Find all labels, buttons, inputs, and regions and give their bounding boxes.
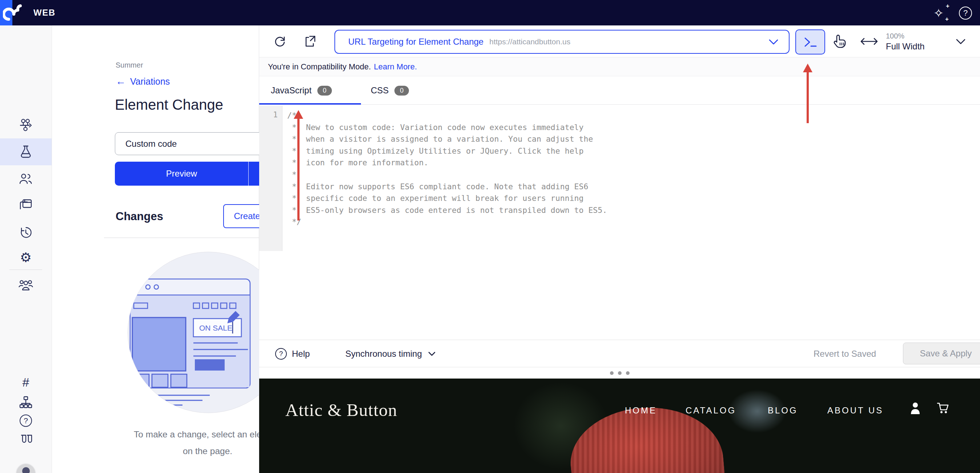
help-circle-icon: ? [275,348,287,360]
site-preview: Attic & Button HOME CATALOG BLOG ABOUT U… [259,379,980,473]
width-mode-label: Full Width [886,41,925,52]
rail-experiments-icon[interactable] [0,138,52,165]
rail-timeline-icon[interactable] [0,111,52,138]
rail-divider [10,270,42,270]
chevron-down-icon [768,39,779,45]
site-logo-text[interactable]: Attic & Button [285,400,397,420]
css-count-badge: 0 [395,86,409,95]
editor-code[interactable]: /* * New to custom code: Variation code … [287,110,607,228]
interactive-mode-terminal-button[interactable] [795,29,825,54]
optimizely-logo-icon[interactable] [3,3,22,24]
svg-text:ON SALE: ON SALE [199,324,232,332]
back-to-variations-link[interactable]: ← Variations [116,76,170,87]
url-targeting-dropdown[interactable]: URL Targeting for Element Change https:/… [334,30,789,54]
line-number: 1 [273,110,278,119]
open-page-icon[interactable] [304,25,317,57]
ai-sparkle-icon[interactable]: ✧++ [931,5,947,21]
zoom-percent: 100% [886,32,904,40]
account-avatar[interactable] [16,463,36,473]
site-nav-home[interactable]: HOME [625,405,657,416]
preview-button[interactable]: Preview [115,162,249,186]
preview-split-button[interactable]: Preview [115,162,280,186]
change-mode-select[interactable]: Custom code [115,132,280,155]
annotation-arrow-code [294,110,303,221]
code-tabs: JavaScript 0 CSS 0 [259,76,980,105]
learn-more-link[interactable]: Learn More. [374,62,417,71]
rail-labs-icon[interactable] [0,427,52,454]
tab-javascript[interactable]: JavaScript 0 [271,76,332,105]
editor-toolbar: URL Targeting for Element Change https:/… [259,25,980,57]
width-chevron-down-icon[interactable] [956,25,966,57]
pointer-hand-icon[interactable] [832,25,846,57]
rail-history-icon[interactable] [0,219,52,246]
revert-to-saved-button[interactable]: Revert to Saved [813,340,876,367]
rail-pages-icon[interactable] [0,191,52,218]
change-mode-value: Custom code [126,139,261,149]
tab-css[interactable]: CSS 0 [371,76,409,105]
site-nav-about-us[interactable]: ABOUT US [827,405,883,416]
variation-panel: Summer ← Variations Element Change Custo… [52,25,259,473]
refresh-icon[interactable] [274,25,286,57]
back-arrow-icon: ← [116,76,126,87]
account-person-icon[interactable] [909,402,921,416]
panel-resize-handle[interactable] [259,367,980,379]
url-targeting-url: https://atticandbutton.us [489,37,768,46]
help-button[interactable]: ? Help [275,340,310,367]
cart-icon[interactable] [936,402,950,416]
compatibility-notice: You're in Compatibility Mode. Learn More… [259,57,980,76]
site-nav-catalog[interactable]: CATALOG [686,405,736,416]
variation-title: Element Change [115,97,223,113]
rail-collaborators-icon[interactable] [0,272,52,298]
rail-settings-icon[interactable]: ⚙ [0,244,52,271]
product-label: WEB [33,0,56,25]
javascript-count-badge: 0 [317,86,332,95]
rail-audiences-icon[interactable] [0,166,52,192]
notice-text: You're in Compatibility Mode. [268,62,371,71]
editor-footer: ? Help Synchronous timing Revert to Save… [259,340,980,367]
width-arrows-icon [860,25,878,57]
project-name: Summer [116,61,143,69]
url-targeting-label: URL Targeting for Element Change [348,37,484,47]
changes-heading: Changes [116,210,163,223]
timing-dropdown[interactable]: Synchronous timing [345,340,436,367]
annotation-arrow-terminal [803,63,813,123]
top-app-bar: WEB ✧++ ? [0,0,980,25]
code-editor[interactable]: 1 /* * New to custom code: Variation cod… [259,105,980,340]
site-nav-blog[interactable]: BLOG [768,405,798,416]
chevron-down-icon [428,351,436,356]
help-icon[interactable]: ? [958,5,974,21]
editor-gutter: 1 [259,106,282,251]
save-apply-button[interactable]: Save & Apply [903,343,980,364]
left-icon-rail: ⚙ # ? [0,25,52,473]
